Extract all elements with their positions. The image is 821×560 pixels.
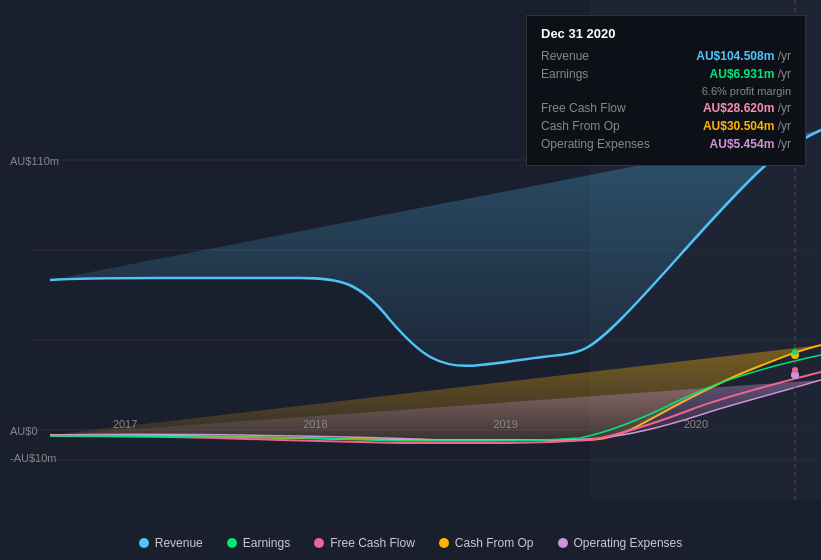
legend-dot-cashop bbox=[439, 538, 449, 548]
legend-label-revenue: Revenue bbox=[155, 536, 203, 550]
legend-dot-revenue bbox=[139, 538, 149, 548]
legend-item-earnings: Earnings bbox=[227, 536, 290, 550]
tooltip-box: Dec 31 2020 Revenue AU$104.508m /yr Earn… bbox=[526, 15, 806, 166]
tooltip-label-fcf: Free Cash Flow bbox=[541, 101, 626, 115]
chart-area: AU$110m AU$0 -AU$10m 2017 2018 2019 2020… bbox=[0, 0, 821, 500]
legend-item-opex: Operating Expenses bbox=[558, 536, 683, 550]
y-label-top: AU$110m bbox=[10, 155, 59, 167]
x-label-2018: 2018 bbox=[303, 418, 327, 430]
legend-item-revenue: Revenue bbox=[139, 536, 203, 550]
legend-item-fcf: Free Cash Flow bbox=[314, 536, 415, 550]
legend-item-cashop: Cash From Op bbox=[439, 536, 534, 550]
legend: Revenue Earnings Free Cash Flow Cash Fro… bbox=[0, 536, 821, 550]
legend-dot-fcf bbox=[314, 538, 324, 548]
legend-label-earnings: Earnings bbox=[243, 536, 290, 550]
tooltip-label-revenue: Revenue bbox=[541, 49, 589, 63]
x-label-2019: 2019 bbox=[493, 418, 517, 430]
tooltip-label-opex: Operating Expenses bbox=[541, 137, 650, 151]
tooltip-value-opex: AU$5.454m /yr bbox=[710, 137, 791, 151]
tooltip-value-revenue: AU$104.508m /yr bbox=[696, 49, 791, 63]
x-labels: 2017 2018 2019 2020 bbox=[0, 418, 821, 430]
tooltip-row-opex: Operating Expenses AU$5.454m /yr bbox=[541, 137, 791, 151]
tooltip-label-cashop: Cash From Op bbox=[541, 119, 620, 133]
x-label-2017: 2017 bbox=[113, 418, 137, 430]
tooltip-profit-margin: 6.6% profit margin bbox=[541, 85, 791, 97]
y-label-neg: -AU$10m bbox=[10, 452, 56, 464]
tooltip-row-revenue: Revenue AU$104.508m /yr bbox=[541, 49, 791, 63]
svg-point-11 bbox=[792, 367, 798, 373]
tooltip-value-earnings: AU$6.931m /yr bbox=[710, 67, 791, 81]
tooltip-row-cashop: Cash From Op AU$30.504m /yr bbox=[541, 119, 791, 133]
legend-label-cashop: Cash From Op bbox=[455, 536, 534, 550]
svg-point-12 bbox=[792, 349, 798, 355]
legend-label-opex: Operating Expenses bbox=[574, 536, 683, 550]
tooltip-label-earnings: Earnings bbox=[541, 67, 588, 81]
tooltip-date: Dec 31 2020 bbox=[541, 26, 791, 41]
legend-dot-earnings bbox=[227, 538, 237, 548]
tooltip-row-fcf: Free Cash Flow AU$28.620m /yr bbox=[541, 101, 791, 115]
tooltip-value-cashop: AU$30.504m /yr bbox=[703, 119, 791, 133]
x-label-2020: 2020 bbox=[684, 418, 708, 430]
legend-dot-opex bbox=[558, 538, 568, 548]
tooltip-row-earnings: Earnings AU$6.931m /yr bbox=[541, 67, 791, 81]
legend-label-fcf: Free Cash Flow bbox=[330, 536, 415, 550]
tooltip-value-fcf: AU$28.620m /yr bbox=[703, 101, 791, 115]
